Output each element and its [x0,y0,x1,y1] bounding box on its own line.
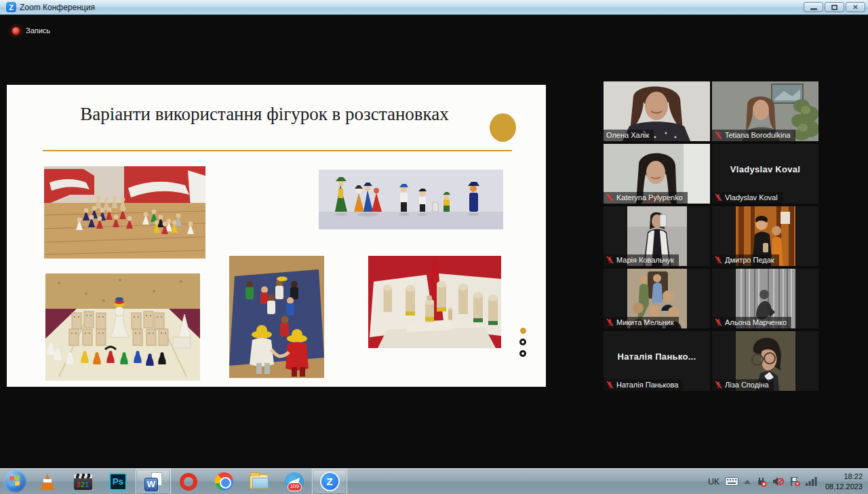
media-player-classic-icon: 321 [74,474,92,490]
taskbar-mpc-button[interactable]: 321 [65,469,100,494]
participant-name-label: Tetiana Borodulkina [712,130,795,141]
participant-tile-olena-khalik[interactable]: Олена Халік [604,81,710,141]
participant-tile-liza-spodina[interactable]: Ліза Сподіна [712,331,818,391]
telegram-badge: 109 [288,482,302,491]
network-signal-icon[interactable] [806,477,817,486]
participant-tile-dmytro-pedak[interactable]: Дмитро Педак [712,206,818,266]
taskbar-opera-button[interactable] [171,469,206,494]
close-button[interactable]: ✕ [846,2,865,12]
taskbar: 321 Ps W 109 Z UK [0,468,868,494]
keyboard-icon[interactable] [725,477,738,486]
window-title: Zoom Конференция [20,3,95,12]
tray-date: 08.12.2023 [825,482,863,492]
muted-mic-icon [715,256,722,264]
vlc-icon [40,474,55,490]
participant-tile-tetiana-borodulkina[interactable]: Tetiana Borodulkina [712,81,818,141]
shared-screen-slide: Варіанти використання фігурок в розстано… [7,85,546,387]
taskbar-word-button[interactable]: W [136,469,171,494]
participant-tile-nataliia-pankova[interactable]: Наталія Панько... Наталія Панькова [604,331,710,391]
telegram-icon: 109 [285,472,304,491]
participant-name-label: Олена Халік [604,130,654,141]
slide-accent-circle [490,113,516,142]
pagination-dot [519,339,526,345]
opera-icon [180,473,197,491]
windows-logo-icon [4,470,26,493]
participant-tile-mariia-kovalchuk[interactable]: Марія Ковальчук [604,206,710,266]
system-tray: UK [708,469,868,494]
minimize-button[interactable] [804,2,823,12]
muted-speaker-icon[interactable] [772,476,784,487]
slide-photo-wooden-cylinders [368,256,501,348]
minimize-icon [810,8,817,10]
muted-mic-icon [606,256,614,264]
zoom-app-icon: Z [320,472,340,491]
show-hidden-icons-button[interactable] [744,480,751,484]
pagination-dot-active [520,328,526,334]
taskbar-photoshop-button[interactable]: Ps [100,469,136,494]
participant-name-label: Kateryna Pylypenko [604,192,688,204]
slide-photo-peg-dolls-table [44,166,205,259]
participant-tile-mykyta-melnyk[interactable]: Микита Мельник [604,269,710,328]
zoom-logo-icon: Z [6,2,16,12]
tray-time: 18:22 [825,472,863,482]
slide-photo-hat-figurines [319,170,503,229]
slide-photo-chess-blocks [45,273,200,381]
maximize-icon [831,5,837,10]
slide-title: Варіанти використання фігурок в розстано… [44,104,485,125]
participant-center-name: Vladyslav Koval [712,144,818,194]
participants-panel: Олена Халік [604,81,818,391]
muted-mic-icon [606,318,614,326]
meeting-content-area: Запись Варіанти використання фігурок в р… [0,15,868,468]
muted-mic-icon [715,193,722,202]
taskbar-vlc-button[interactable] [30,469,65,494]
taskbar-explorer-button[interactable] [241,469,277,494]
participant-tile-vladyslav-koval[interactable]: Vladyslav Koval Vladyslav Koval [712,144,818,204]
taskbar-telegram-button[interactable]: 109 [277,469,312,494]
muted-mic-icon [606,193,614,202]
recording-indicator[interactable]: Запись [12,26,50,35]
participant-name-label: Ліза Сподіна [712,379,774,391]
start-button[interactable] [0,469,30,494]
muted-mic-icon [715,131,722,139]
participant-name-label: Марія Ковальчук [604,254,679,266]
recording-label: Запись [26,26,50,35]
participant-name-label: Vladyslav Koval [712,192,783,204]
muted-mic-icon [606,381,614,389]
chrome-icon [215,472,233,491]
window-controls: ✕ [804,2,865,12]
action-center-flag-icon[interactable] [789,476,800,487]
file-explorer-icon [250,474,269,489]
participant-tile-kateryna-pylypenko[interactable]: Kateryna Pylypenko [604,144,710,204]
taskbar-chrome-button[interactable] [206,469,241,494]
participant-tile-alona-marchenko[interactable]: Альона Марченко [712,269,818,328]
taskbar-zoom-button[interactable]: Z [312,469,347,494]
recording-dot-icon [12,27,20,35]
muted-mic-icon [715,381,722,389]
photoshop-icon: Ps [109,473,127,491]
participant-name-label: Дмитро Педак [712,254,779,266]
window-titlebar: Z Zoom Конференция [0,0,868,15]
participant-name-label: Наталія Панькова [604,379,683,391]
word-icon: W [144,472,162,491]
pagination-dot [519,350,526,357]
participant-name-label: Альона Марченко [712,317,791,328]
muted-mic-icon [715,318,722,326]
slide-pagination [519,328,526,357]
participant-center-name: Наталія Панько... [604,331,710,381]
clock[interactable]: 18:22 08.12.2023 [823,472,863,492]
language-indicator[interactable]: UK [708,477,719,487]
participant-name-label: Микита Мельник [604,317,679,328]
slide-divider-line [43,150,512,151]
power-plug-icon[interactable] [756,476,767,487]
slide-photo-playmobil-figures [229,256,324,378]
maximize-button[interactable] [825,2,844,12]
zoom-meeting-window: Z Zoom Конференция ✕ Запись Варіанти вик… [0,0,868,494]
close-icon: ✕ [852,4,858,11]
